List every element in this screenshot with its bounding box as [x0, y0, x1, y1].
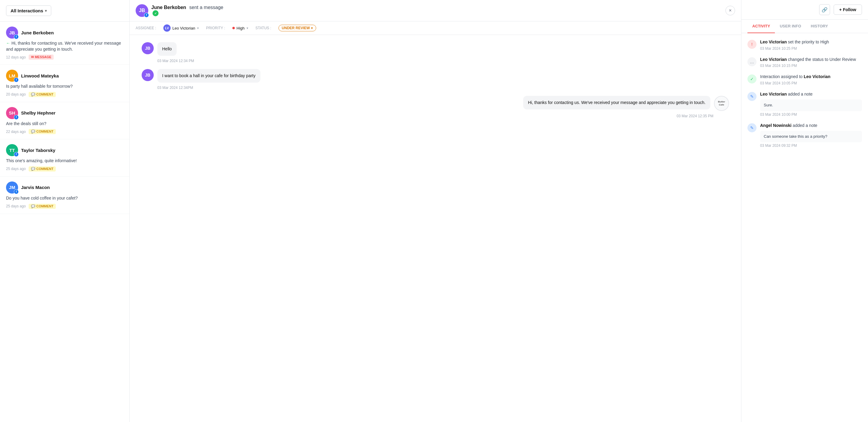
- activity-content: Angel Nowinski added a note Can someone …: [760, 123, 862, 148]
- facebook-badge: f: [14, 115, 19, 120]
- assignee-name: Leo Victorian: [173, 26, 195, 30]
- activity-content: Leo Victorian set the priority to High 0…: [760, 39, 862, 51]
- chat-bubble-left: JB Hello: [142, 42, 729, 56]
- status-value: UNDER REVIEW: [282, 26, 310, 30]
- activity-list: ! Leo Victorian set the priority to High…: [741, 33, 868, 422]
- follow-button[interactable]: + Follow: [834, 4, 862, 15]
- assignee-selector[interactable]: LV Leo Victorian ▾: [163, 24, 199, 32]
- activity-time: 03 Mar 2024 10:05 PM: [760, 81, 862, 85]
- conv-footer: 25 days ago 💬 COMMENT: [6, 204, 123, 209]
- tab-userinfo[interactable]: USER INFO: [775, 20, 806, 33]
- all-interactions-dropdown[interactable]: All Interactions ▾: [6, 5, 51, 16]
- tab-activity[interactable]: ACTIVITY: [747, 20, 775, 33]
- activity-content: Interaction assigned to Leo Victorian 03…: [760, 74, 862, 85]
- activity-note: Sure.: [760, 99, 862, 111]
- reply-arrow-icon: ←: [6, 41, 10, 46]
- chat-bubble: Hi, thanks for contacting us. We've rece…: [523, 96, 710, 110]
- status-label: STATUS :: [255, 26, 271, 30]
- conv-tag: 💬 COMMENT: [29, 129, 56, 134]
- conv-tag: ✉ MESSAGE: [29, 55, 54, 60]
- status-chevron-icon: ▾: [311, 26, 313, 30]
- link-button[interactable]: 🔗: [819, 4, 830, 15]
- sender-info: JB f June Berkoben sent a message ✓: [135, 4, 223, 17]
- chat-area: JB Hello 03 Mar 2024 12:34 PM JB I want …: [130, 35, 741, 422]
- activity-text: Angel Nowinski added a note: [760, 123, 862, 129]
- avatar: LM f: [6, 70, 18, 82]
- activity-time: 03 Mar 2024 10:15 PM: [760, 64, 862, 68]
- conv-tag: 💬 COMMENT: [29, 92, 56, 97]
- conv-footer: 12 days ago ✉ MESSAGE: [6, 55, 123, 60]
- left-panel: All Interactions ▾ JB f June Berkoben ←H…: [0, 0, 130, 422]
- activity-time: 03 Mar 2024 10:00 PM: [760, 113, 862, 117]
- conversation-item-jarvis[interactable]: JM f Jarvis Macon Do you have cold coffe…: [0, 177, 129, 214]
- activity-icon: ✎: [747, 92, 756, 101]
- conv-name: June Berkoben: [21, 30, 54, 35]
- chat-bubble: I want to book a hall in your cafe for b…: [157, 69, 260, 83]
- activity-time: 03 Mar 2024 10:25 PM: [760, 47, 862, 51]
- conversation-item-linwood[interactable]: LM f Linwood Mateyka Is party hall avail…: [0, 65, 129, 102]
- chat-message-group: Hi, thanks for contacting us. We've rece…: [142, 96, 729, 118]
- assignee-label: ASSIGNEE :: [135, 26, 156, 30]
- assignee-chevron-icon: ▾: [197, 26, 199, 30]
- activity-item: ✎ Angel Nowinski added a note Can someon…: [747, 123, 862, 148]
- sender-title: June Berkoben sent a message ✓: [151, 5, 223, 16]
- tab-history[interactable]: HISTORY: [806, 20, 833, 33]
- left-header: All Interactions ▾: [0, 0, 129, 22]
- close-button[interactable]: ×: [725, 6, 735, 16]
- avatar: JB f: [6, 27, 18, 38]
- priority-selector[interactable]: High ▾: [232, 26, 248, 30]
- conv-message: ←Hi, thanks for contacting us. We've rec…: [6, 40, 123, 52]
- avatar: TT f: [6, 144, 18, 156]
- meta-bar: ASSIGNEE : LV Leo Victorian ▾ PRIORITY :…: [130, 21, 741, 35]
- conv-time: 20 days ago: [6, 92, 26, 96]
- facebook-badge: f: [144, 13, 149, 18]
- activity-content: Leo Victorian changed the status to Unde…: [760, 57, 862, 68]
- activity-text: Interaction assigned to Leo Victorian: [760, 74, 862, 80]
- right-tabs: ACTIVITYUSER INFOHISTORY: [741, 20, 868, 33]
- status-selector[interactable]: UNDER REVIEW ▾: [278, 25, 316, 31]
- conv-name: Linwood Mateyka: [21, 73, 59, 79]
- right-panel: 🔗 + Follow ACTIVITYUSER INFOHISTORY ! Le…: [741, 0, 868, 422]
- priority-value: High: [237, 26, 245, 30]
- chevron-down-icon: ▾: [45, 9, 47, 13]
- conv-time: 25 days ago: [6, 167, 26, 171]
- chat-avatar: JB: [142, 42, 154, 54]
- all-interactions-label: All Interactions: [10, 8, 43, 13]
- sender-avatar: JB f: [135, 4, 148, 17]
- conv-name: Shelby Hephner: [21, 110, 56, 116]
- conv-footer: 20 days ago 💬 COMMENT: [6, 92, 123, 97]
- priority-chevron-icon: ▾: [247, 26, 248, 30]
- link-icon: 🔗: [822, 7, 828, 13]
- conv-name: Jarvis Macon: [21, 185, 50, 190]
- conv-tag: 💬 COMMENT: [29, 167, 56, 172]
- follow-label: + Follow: [839, 7, 856, 12]
- online-badge: ✓: [153, 10, 158, 16]
- activity-text: Leo Victorian set the priority to High: [760, 39, 862, 45]
- conv-tag: 💬 COMMENT: [29, 204, 56, 209]
- chat-message-group: JB Hello 03 Mar 2024 12:34 PM: [142, 42, 729, 63]
- conversation-item-taylor[interactable]: TT f Taylor Taborsky This one's amazing,…: [0, 139, 129, 177]
- activity-icon: ✓: [747, 74, 756, 84]
- sender-initials: JB: [139, 8, 145, 13]
- activity-text: Leo Victorian changed the status to Unde…: [760, 57, 862, 63]
- conv-name: Taylor Taborsky: [21, 148, 56, 153]
- chat-message-group: JB I want to book a hall in your cafe fo…: [142, 69, 729, 90]
- conversation-item-shelby[interactable]: SH f Shelby Hephner Are the deals still …: [0, 102, 129, 140]
- facebook-badge: f: [14, 189, 19, 194]
- priority-label: PRIORITY :: [206, 26, 225, 30]
- conv-message: This one's amazing, quite informative!: [6, 158, 123, 164]
- conv-time: 22 days ago: [6, 130, 26, 134]
- facebook-badge: f: [14, 34, 19, 39]
- middle-header: JB f June Berkoben sent a message ✓ ×: [130, 0, 741, 21]
- activity-item: ! Leo Victorian set the priority to High…: [747, 39, 862, 51]
- activity-icon: …: [747, 57, 756, 66]
- conversation-item-june[interactable]: JB f June Berkoben ←Hi, thanks for conta…: [0, 22, 129, 65]
- sender-name: June Berkoben: [151, 5, 186, 10]
- conv-footer: 22 days ago 💬 COMMENT: [6, 129, 123, 134]
- assignee-avatar: LV: [163, 24, 170, 32]
- message-time: 03 Mar 2024 12:35 PM: [142, 114, 729, 118]
- facebook-badge: f: [14, 152, 19, 157]
- activity-item: ✓ Interaction assigned to Leo Victorian …: [747, 74, 862, 85]
- conv-time: 25 days ago: [6, 204, 26, 208]
- activity-item: … Leo Victorian changed the status to Un…: [747, 57, 862, 68]
